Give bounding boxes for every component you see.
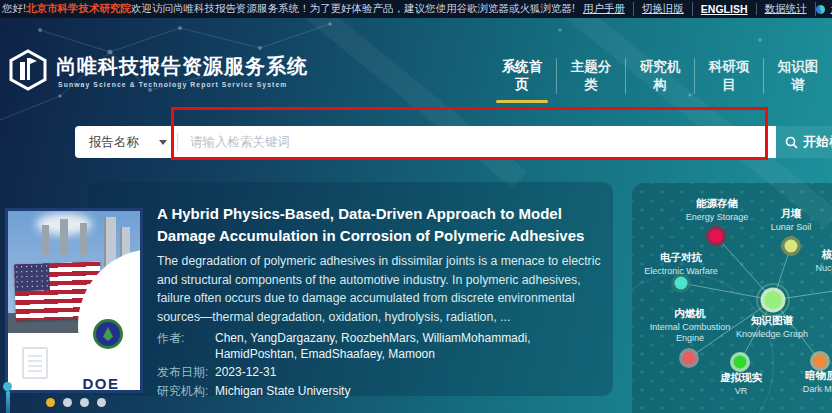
- nav-tab-topic-category[interactable]: 主题分类: [556, 58, 625, 94]
- report-title[interactable]: A Hybrid Physics-Based, Data-Driven Appr…: [157, 203, 619, 247]
- site-subtitle: Sunway Science & Technology Report Servi…: [58, 81, 287, 88]
- report-abstract: The degradation of polymeric adhesives i…: [157, 252, 615, 327]
- carousel-dot-0[interactable]: [46, 398, 55, 407]
- report-cover-thumbnail[interactable]: DOE Report: [5, 208, 143, 393]
- search-button-label: 开始检索: [803, 133, 832, 151]
- graph-node-label-en-knowledge-graph: Knowledge Graph: [736, 329, 808, 339]
- graph-node-label-zh-internal-combustion-engine: 内燃机: [674, 307, 706, 319]
- carousel-dot-1[interactable]: [63, 398, 72, 407]
- topbar-link-legacy-version[interactable]: 切换旧版: [634, 2, 693, 16]
- metadata-label: 作者:: [157, 330, 215, 362]
- chevron-down-icon: [159, 140, 167, 145]
- report-metadata: 作者:Chen, YangDargazany, RoozbehMars, Wil…: [157, 330, 605, 401]
- graph-node-knowledge-graph[interactable]: [764, 291, 782, 309]
- flag-canton: [14, 263, 50, 291]
- greeting-suffix: 欢迎访问尚唯科技报告资源服务系统！为了更好体验产品，建议您使用谷歌浏览器或火狐浏…: [131, 2, 575, 16]
- search-category-dropdown[interactable]: 报告名称: [75, 134, 177, 151]
- graph-node-label-zh-electronic-warfare: 电子对抗: [660, 251, 703, 263]
- cover-doc-type: Report: [70, 391, 132, 393]
- metadata-label: 发布日期:: [157, 364, 215, 380]
- graph-node-electronic-warfare[interactable]: [675, 277, 688, 290]
- page: 您好!北京市科学技术研究院欢迎访问尚唯科技报告资源服务系统！为了更好体验产品，建…: [0, 0, 832, 413]
- graph-edge: [716, 236, 773, 300]
- graph-node-label-en2-internal-combustion-engine: Engine: [676, 333, 704, 343]
- graph-node-energy-storage[interactable]: [709, 229, 723, 243]
- metadata-value: Chen, YangDargazany, RoozbehMars, Willia…: [215, 330, 605, 362]
- metadata-row: 发布日期:2023-12-31: [157, 364, 605, 380]
- cover-bottom: DOE Report: [8, 333, 140, 393]
- nav-tab-research-projects[interactable]: 科研项目: [694, 58, 763, 94]
- graph-node-label-en-electronic-warfare: Electronic Warfare: [644, 266, 718, 276]
- greeting-prefix: 您好!: [2, 2, 26, 16]
- metadata-row: 作者:Chen, YangDargazany, RoozbehMars, Wil…: [157, 330, 605, 362]
- graph-node-label-en-vr: VR: [735, 386, 748, 396]
- search-bar-white: 报告名称: [75, 126, 776, 158]
- topbar-link-user-manual[interactable]: 用户手册: [575, 2, 634, 16]
- graph-node-label-en-nuclear: Nucle: [815, 263, 832, 273]
- carousel-dot-3[interactable]: [97, 398, 106, 407]
- topbar-link-english[interactable]: ENGLISH: [693, 3, 757, 15]
- search-input[interactable]: [178, 126, 776, 158]
- graph-node-label-zh-dark-matter: 暗物质: [805, 369, 832, 381]
- graph-node-label-en-internal-combustion-engine: Internal Combustion: [650, 322, 731, 332]
- graph-node-vr[interactable]: [734, 356, 747, 369]
- topbar: 您好!北京市科学技术研究院欢迎访问尚唯科技报告资源服务系统！为了更好体验产品，建…: [0, 0, 832, 18]
- search-button[interactable]: 开始检索: [776, 126, 832, 158]
- nav-tab-knowledge-graph[interactable]: 知识图谱: [763, 58, 832, 94]
- document-icon: [22, 347, 48, 379]
- graph-node-lunar-soil[interactable]: [785, 240, 798, 253]
- search-icon: [785, 136, 798, 149]
- cover-photo: [8, 211, 140, 333]
- logo-hexagon-icon: [6, 48, 50, 92]
- graph-node-label-zh-nuclear: 核: [821, 248, 832, 260]
- graph-node-label-zh-energy-storage: 能源存储: [696, 197, 739, 209]
- graph-node-dark-matter[interactable]: [814, 355, 827, 368]
- carousel-dots: [46, 398, 106, 407]
- topbar-greeting: 您好!北京市科学技术研究院欢迎访问尚唯科技报告资源服务系统！为了更好体验产品，建…: [2, 2, 575, 16]
- chimney-graphic: [80, 223, 87, 255]
- cover-agency: DOE: [70, 375, 132, 392]
- graph-node-label-zh-knowledge-graph: 知识图谱: [750, 314, 794, 326]
- graph-node-label-zh-lunar-soil: 月壤: [780, 207, 803, 219]
- carousel-dot-2[interactable]: [80, 398, 89, 407]
- metadata-value: Michigan State University: [215, 383, 350, 399]
- topbar-links: 用户手册切换旧版ENGLISH数据统计进: [575, 2, 832, 16]
- topbar-link-data-stats[interactable]: 数据统计: [757, 2, 816, 16]
- graph-node-internal-combustion-engine[interactable]: [683, 352, 696, 365]
- knowledge-graph-visualization: 能源存储Energy Storage月壤Lunar Soil电子对抗Electr…: [632, 183, 832, 413]
- search-category-label: 报告名称: [89, 134, 139, 151]
- org-name: 北京市科学技术研究院: [26, 2, 131, 16]
- metadata-label: 研究机构:: [157, 383, 215, 399]
- chimney-graphic: [60, 219, 68, 255]
- nav-tab-research-institutions[interactable]: 研究机构: [625, 58, 694, 94]
- metadata-row: 研究机构:Michigan State University: [157, 383, 605, 399]
- graph-node-label-zh-vr: 虚拟现实: [719, 371, 763, 383]
- scroll-knob: [3, 382, 12, 391]
- data-stats-icon: [816, 5, 825, 14]
- metadata-value: 2023-12-31: [215, 364, 276, 380]
- chimney-graphic: [42, 225, 49, 255]
- graph-node-label-en-lunar-soil: Lunar Soil: [771, 222, 812, 232]
- graph-node-label-en-energy-storage: Energy Storage: [686, 212, 749, 222]
- doe-seal-icon: [93, 319, 123, 349]
- topbar-link-partial[interactable]: 进: [829, 2, 832, 16]
- main-nav: 系统首页主题分类研究机构科研项目知识图谱: [488, 58, 832, 103]
- scroll-bar: [6, 391, 10, 413]
- search-bar: 报告名称 开始检索: [75, 126, 832, 158]
- site-title: 尚唯科技报告资源服务系统: [56, 53, 308, 80]
- nav-tab-home[interactable]: 系统首页: [488, 58, 556, 103]
- scroll-handle[interactable]: [3, 382, 12, 413]
- graph-node-label-en-dark-matter: Dark Mat: [803, 384, 832, 394]
